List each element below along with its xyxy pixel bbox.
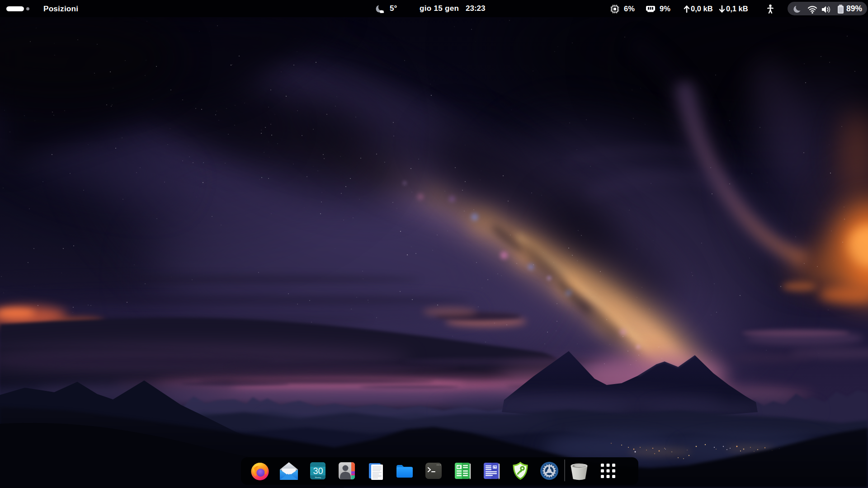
svg-text:30: 30: [313, 466, 323, 476]
svg-text:Monday: Monday: [315, 477, 321, 479]
